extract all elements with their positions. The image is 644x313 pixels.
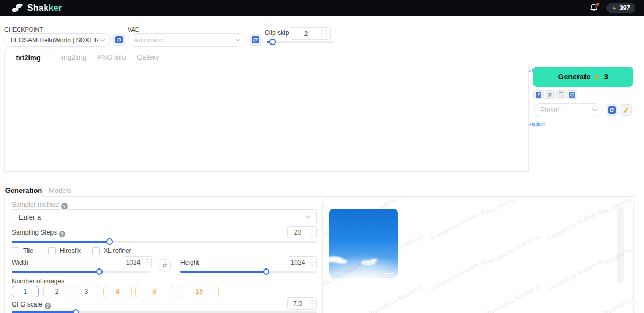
width-slider-knob[interactable] [96, 268, 103, 275]
num-images-option-4[interactable]: 4 [103, 286, 132, 297]
chevron-down-icon [100, 39, 105, 42]
vae-label: VAE [128, 26, 139, 33]
watermark-text: Provided by Shakker.ai [547, 258, 603, 292]
sampler-method-select[interactable]: Euler a [12, 209, 317, 224]
clip-skip-value: 2 [290, 28, 321, 39]
checkpoint-select[interactable]: LEOSAM HelloWorld | SDXL Realism Checl [4, 33, 111, 47]
checkpoint-refresh-button[interactable] [113, 34, 125, 46]
watermark-text: Provided by Shakker.ai [368, 283, 424, 313]
checkbox-tile[interactable]: Tile [12, 247, 33, 254]
num-images-option-8[interactable]: 8 [135, 286, 173, 297]
watermark-text: Provided by Shakker.ai [430, 207, 486, 241]
notification-bell-icon[interactable] [589, 3, 599, 13]
restore-params-button[interactable] [567, 90, 577, 99]
stepper-down-icon [308, 232, 316, 238]
help-icon[interactable]: ? [59, 231, 65, 237]
preset-select[interactable]: Preset [534, 103, 603, 117]
shakker-logo[interactable]: Shakker [12, 3, 62, 13]
sampling-steps-input[interactable]: 20 [287, 226, 317, 238]
height-slider[interactable] [180, 268, 317, 275]
generate-cost: 3 [604, 72, 608, 81]
tab-png-info[interactable]: PNG Info [97, 53, 126, 61]
refresh-icon [115, 36, 123, 43]
checkbox-icon [48, 247, 56, 254]
sampling-steps-stepper[interactable] [308, 227, 316, 238]
chevron-down-icon [305, 215, 311, 219]
height-input[interactable]: 1024 [288, 256, 317, 268]
height-label: Height [180, 259, 199, 266]
stepper-up-icon [143, 257, 151, 263]
clear-params-button[interactable] [545, 90, 555, 99]
tab-generation[interactable]: Generation [4, 183, 43, 197]
top-navbar: Shakker 397 [0, 0, 644, 16]
stepper-up-icon [322, 28, 330, 34]
import-params-button[interactable] [533, 90, 544, 99]
width-input[interactable]: 1024 [123, 256, 152, 268]
help-icon[interactable]: ? [61, 203, 68, 209]
watermark-text: Provided by Shakker.ai [485, 198, 541, 216]
note-edit-icon [558, 92, 564, 98]
sampler-value: Euler a [19, 213, 41, 221]
generated-image-thumbnail[interactable] [329, 209, 398, 278]
width-slider[interactable] [12, 268, 150, 275]
cfg-scale-slider[interactable] [12, 309, 317, 313]
preset-placeholder: Preset [540, 106, 559, 114]
width-stepper[interactable] [143, 257, 151, 268]
height-value: 1024 [288, 257, 308, 268]
preset-edit-button[interactable] [620, 104, 632, 116]
checkbox-icon [12, 247, 19, 254]
stepper-down-icon [308, 263, 316, 268]
note-params-button[interactable] [556, 90, 566, 99]
preset-refresh-button[interactable] [606, 104, 618, 116]
lightning-icon [594, 73, 601, 81]
num-images-option-3[interactable]: 3 [74, 286, 99, 297]
help-icon[interactable]: ? [45, 303, 51, 309]
image-watermark [385, 273, 394, 274]
lightning-icon [612, 5, 617, 11]
generate-button[interactable]: Generate 3 [533, 67, 633, 87]
checkbox-hiresfix[interactable]: Hiresfix [48, 247, 81, 254]
clip-skip-stepper[interactable] [321, 28, 330, 39]
cfg-slider-knob[interactable] [72, 309, 79, 313]
clip-skip-slider[interactable] [267, 39, 334, 45]
sampling-steps-value: 20 [288, 227, 308, 238]
tab-gallery[interactable]: Gallery [137, 53, 159, 61]
stepper-up-icon [308, 257, 316, 263]
watermark-text: Provided by Shakker.ai [547, 207, 603, 241]
height-slider-knob[interactable] [263, 268, 269, 275]
num-images-option-2[interactable]: 2 [43, 286, 70, 297]
results-scrollbar[interactable] [617, 208, 624, 283]
watermark-text: Provided by Shakker.ai [602, 283, 634, 313]
tab-img2img[interactable]: img2img [60, 53, 86, 61]
stepper-down-icon [308, 304, 316, 309]
cfg-scale-input[interactable]: 7.0 [287, 297, 317, 310]
swap-dimensions-button[interactable] [159, 259, 171, 271]
vae-refresh-button[interactable] [250, 34, 261, 46]
height-stepper[interactable] [308, 257, 316, 268]
vae-value: Automatic [134, 37, 163, 44]
app-root: Shakker 397 CHECKPOINT LEOSAM HelloWorld… [0, 0, 644, 313]
sampling-steps-label: Sampling Steps? [12, 229, 65, 237]
arrow-export-icon [536, 92, 541, 98]
clip-skip-slider-knob[interactable] [269, 39, 276, 45]
redo-arrow-icon [569, 92, 575, 98]
shakker-logo-icon [12, 3, 24, 13]
checkpoint-label: CHECKPOINT [4, 26, 43, 33]
checkbox-xl-refiner[interactable]: XL refiner [92, 247, 131, 254]
vae-select[interactable]: Automatic [128, 33, 246, 47]
sampling-steps-slider-knob[interactable] [106, 238, 113, 245]
clip-skip-input[interactable]: 2 [290, 27, 331, 40]
clip-skip-label: Clip skip [265, 29, 289, 37]
sampling-steps-slider[interactable] [12, 238, 317, 245]
num-images-option-16[interactable]: 16 [180, 286, 219, 297]
cfg-stepper[interactable] [308, 298, 316, 309]
tab-models[interactable]: Models [49, 186, 71, 194]
num-images-option-1[interactable]: 1 [12, 286, 39, 297]
cfg-scale-value: 7.0 [288, 298, 308, 309]
chevron-down-icon [592, 108, 597, 112]
checkbox-icon [92, 247, 100, 254]
watermark-text: Provided by Shakker.ai [430, 258, 486, 292]
tab-txt2img[interactable]: txt2img [4, 50, 52, 64]
stepper-down-icon [143, 263, 151, 268]
credits-badge[interactable]: 397 [606, 3, 635, 13]
